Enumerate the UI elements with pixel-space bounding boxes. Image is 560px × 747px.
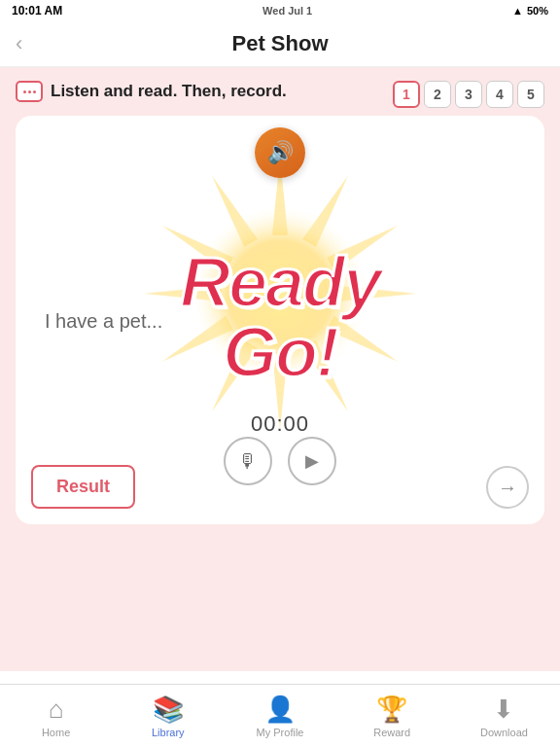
- play-icon: ▶: [305, 450, 319, 472]
- nav-home-label: Home: [42, 727, 70, 738]
- profile-icon: 👤: [264, 694, 296, 725]
- ready-go-overlay: Ready Go!: [180, 247, 380, 387]
- next-button[interactable]: →: [486, 466, 529, 509]
- chat-icon: [16, 81, 43, 102]
- reward-icon: 🏆: [376, 694, 407, 725]
- bottom-nav: ⌂ Home 📚 Library 👤 My Profile 🏆 Reward ⬇…: [0, 684, 560, 747]
- page-tab-4[interactable]: 4: [486, 81, 513, 108]
- nav-download-label: Download: [480, 727, 528, 738]
- go-text: Go!: [180, 317, 380, 387]
- result-button[interactable]: Result: [31, 465, 135, 509]
- control-buttons: 🎙 ▶: [224, 437, 336, 485]
- record-button[interactable]: 🎙: [224, 437, 272, 485]
- microphone-icon: 🎙: [238, 450, 258, 473]
- speaker-icon: 🔊: [267, 140, 294, 165]
- timer-display: 00:00: [251, 411, 309, 437]
- ready-text: Ready: [180, 247, 380, 317]
- download-icon: ⬇: [493, 694, 514, 725]
- back-button[interactable]: ‹: [16, 31, 22, 56]
- library-icon: 📚: [153, 694, 184, 725]
- nav-library[interactable]: 📚 Library: [112, 694, 224, 738]
- status-icons: ▲ 50%: [512, 5, 548, 17]
- home-icon: ⌂: [49, 694, 64, 725]
- dot2: [28, 90, 31, 93]
- nav-profile-label: My Profile: [257, 727, 304, 738]
- nav-reward-label: Reward: [373, 727, 410, 738]
- sound-button[interactable]: 🔊: [255, 127, 305, 178]
- dot3: [33, 90, 36, 93]
- play-button[interactable]: ▶: [288, 437, 336, 485]
- page-tab-1[interactable]: 1: [393, 81, 420, 108]
- page-tab-2[interactable]: 2: [424, 81, 451, 108]
- nav-home[interactable]: ⌂ Home: [0, 694, 112, 738]
- page-tab-3[interactable]: 3: [455, 81, 482, 108]
- nav-download[interactable]: ⬇ Download: [448, 694, 560, 738]
- card-subtitle-text: I have a pet...: [45, 310, 162, 333]
- header: ‹ Pet Show: [0, 21, 560, 67]
- status-bar: 10:01 AM Wed Jul 1 ▲ 50%: [0, 0, 560, 21]
- main-content: Listen and read. Then, record. 1 2 3 4 5: [0, 67, 560, 671]
- page-title: Pet Show: [231, 31, 328, 56]
- page-tabs: 1 2 3 4 5: [393, 81, 544, 108]
- status-time: 10:01 AM: [12, 4, 62, 18]
- status-date: Wed Jul 1: [262, 5, 312, 17]
- arrow-right-icon: →: [498, 477, 517, 499]
- nav-library-label: Library: [152, 727, 185, 738]
- battery-icon: 50%: [527, 5, 548, 17]
- dot1: [23, 90, 26, 93]
- chat-dots: [23, 90, 36, 93]
- wifi-icon: ▲: [512, 5, 523, 17]
- content-card: 🔊 I have a pet... Ready Go! 00:00 🎙 ▶ Re…: [16, 116, 544, 524]
- nav-reward[interactable]: 🏆 Reward: [336, 694, 448, 738]
- page-tab-5[interactable]: 5: [517, 81, 544, 108]
- nav-my-profile[interactable]: 👤 My Profile: [224, 694, 335, 738]
- instruction-text: Listen and read. Then, record.: [51, 82, 287, 101]
